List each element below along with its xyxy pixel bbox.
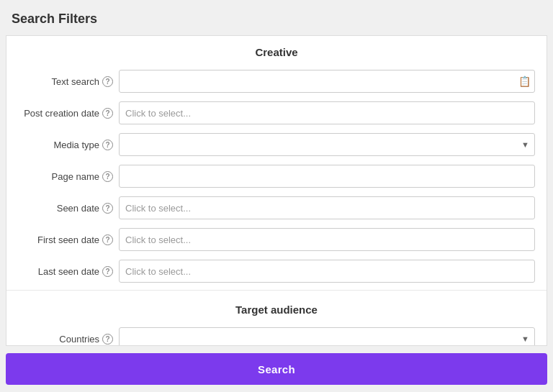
last-seen-date-help-icon[interactable]: ? bbox=[102, 266, 113, 277]
post-creation-date-input-wrap: Click to select... bbox=[119, 101, 535, 124]
seen-date-input[interactable]: Click to select... bbox=[119, 196, 535, 219]
seen-date-label: Seen date ? bbox=[18, 203, 119, 214]
first-seen-date-label: First seen date ? bbox=[18, 234, 119, 245]
media-type-label: Media type ? bbox=[18, 140, 119, 150]
page-name-input[interactable] bbox=[119, 165, 535, 188]
target-audience-section-header: Target audience bbox=[6, 293, 547, 323]
first-seen-date-row: First seen date ? Click to select... bbox=[6, 224, 547, 255]
post-creation-date-input[interactable]: Click to select... bbox=[119, 101, 535, 124]
media-type-row: Media type ? ▼ bbox=[6, 129, 547, 160]
section-divider bbox=[6, 290, 547, 291]
page-name-row: Page name ? bbox=[6, 160, 547, 192]
text-search-row: Text search ? 📋 bbox=[6, 65, 547, 97]
seen-date-input-wrap: Click to select... bbox=[119, 196, 535, 219]
countries-select[interactable] bbox=[119, 327, 535, 346]
text-search-label: Text search ? bbox=[18, 76, 119, 87]
page-name-help-icon[interactable]: ? bbox=[102, 171, 113, 182]
bottom-bar: Search bbox=[0, 346, 553, 392]
media-type-select[interactable] bbox=[119, 133, 535, 156]
last-seen-date-row: Last seen date ? Click to select... bbox=[6, 255, 547, 287]
scroll-area: Creative Text search ? 📋 Post creation d bbox=[6, 35, 547, 346]
text-search-input[interactable] bbox=[119, 70, 535, 93]
countries-help-icon[interactable]: ? bbox=[102, 334, 113, 345]
search-button[interactable]: Search bbox=[6, 353, 547, 385]
page-name-input-wrap bbox=[119, 165, 535, 188]
seen-date-row: Seen date ? Click to select... bbox=[6, 192, 547, 224]
countries-input-wrap: ▼ bbox=[119, 327, 535, 346]
seen-date-help-icon[interactable]: ? bbox=[102, 203, 113, 214]
last-seen-date-input[interactable]: Click to select... bbox=[119, 260, 535, 283]
text-search-help-icon[interactable]: ? bbox=[102, 76, 113, 87]
countries-row: Countries ? ▼ bbox=[6, 323, 547, 346]
media-type-input-wrap: ▼ bbox=[119, 133, 535, 156]
page-name-label: Page name ? bbox=[18, 171, 119, 182]
text-search-input-wrap: 📋 bbox=[119, 70, 535, 93]
post-creation-date-label: Post creation date ? bbox=[18, 108, 119, 119]
post-creation-date-help-icon[interactable]: ? bbox=[102, 108, 113, 119]
post-creation-date-row: Post creation date ? Click to select... bbox=[6, 97, 547, 129]
page-title: Search Filters bbox=[0, 0, 553, 35]
last-seen-date-label: Last seen date ? bbox=[18, 266, 119, 277]
first-seen-date-input-wrap: Click to select... bbox=[119, 228, 535, 251]
first-seen-date-help-icon[interactable]: ? bbox=[102, 234, 113, 245]
first-seen-date-input[interactable]: Click to select... bbox=[119, 228, 535, 251]
last-seen-date-input-wrap: Click to select... bbox=[119, 260, 535, 283]
countries-label: Countries ? bbox=[18, 334, 119, 345]
creative-section-header: Creative bbox=[6, 36, 547, 65]
media-type-help-icon[interactable]: ? bbox=[102, 140, 113, 150]
